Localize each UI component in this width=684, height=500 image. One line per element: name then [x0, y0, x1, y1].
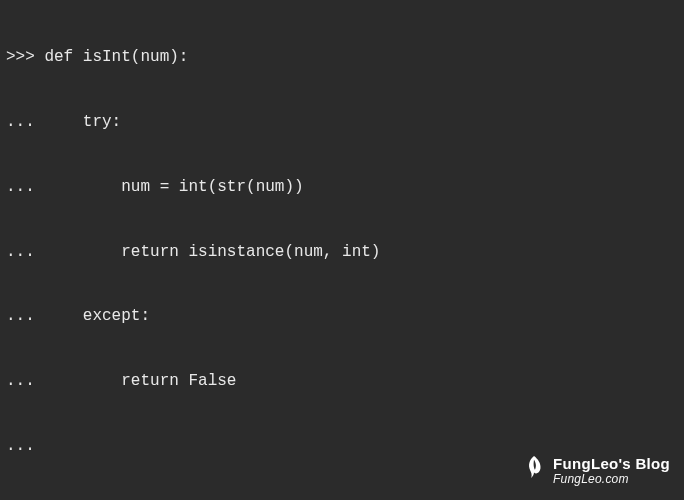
code-line: ... return isinstance(num, int) [6, 242, 678, 264]
watermark-subtitle: FungLeo.com [553, 473, 670, 486]
code-line: ... num = int(str(num)) [6, 177, 678, 199]
code-line: >>> def isInt(num): [6, 47, 678, 69]
python-repl-terminal[interactable]: >>> def isInt(num): ... try: ... num = i… [6, 4, 678, 500]
code-line: ... except: [6, 306, 678, 328]
watermark: FungLeo's Blog FungLeo.com [523, 454, 670, 488]
watermark-text: FungLeo's Blog FungLeo.com [553, 456, 670, 486]
code-line: ... return False [6, 371, 678, 393]
watermark-title: FungLeo's Blog [553, 456, 670, 473]
leaf-icon [523, 454, 545, 488]
code-line: ... try: [6, 112, 678, 134]
